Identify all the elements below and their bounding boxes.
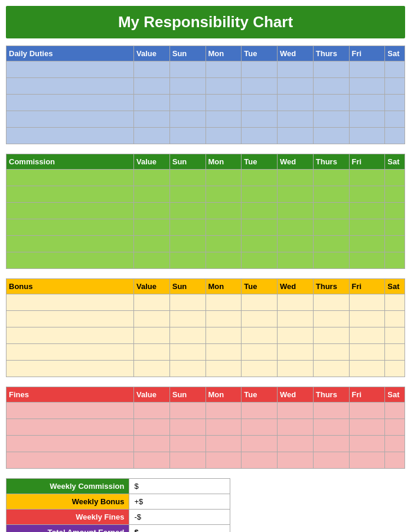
table-cell[interactable] [385,111,405,128]
table-cell[interactable] [169,203,206,219]
table-cell[interactable] [313,361,349,377]
table-cell[interactable] [6,128,134,144]
table-cell[interactable] [169,78,206,95]
table-cell[interactable] [242,111,278,128]
table-cell[interactable] [169,95,206,111]
table-cell[interactable] [385,78,405,95]
summary-value[interactable]: $ [129,479,230,494]
table-cell[interactable] [349,311,385,327]
table-cell[interactable] [242,203,278,219]
table-cell[interactable] [6,61,134,78]
table-cell[interactable] [6,436,134,452]
table-cell[interactable] [278,252,314,269]
table-cell[interactable] [349,361,385,377]
table-cell[interactable] [206,327,242,344]
table-cell[interactable] [134,61,170,78]
table-cell[interactable] [242,236,278,252]
table-cell[interactable] [6,95,134,111]
table-cell[interactable] [313,403,349,419]
table-cell[interactable] [134,170,170,186]
table-cell[interactable] [278,327,314,344]
table-cell[interactable] [169,170,206,186]
table-cell[interactable] [169,344,206,361]
table-cell[interactable] [6,419,134,436]
table-cell[interactable] [349,327,385,344]
table-cell[interactable] [169,111,206,128]
table-cell[interactable] [278,219,314,236]
table-cell[interactable] [385,419,405,436]
table-cell[interactable] [349,344,385,361]
table-cell[interactable] [169,419,206,436]
table-cell[interactable] [313,436,349,452]
table-cell[interactable] [206,436,242,452]
table-cell[interactable] [134,219,170,236]
table-cell[interactable] [278,452,314,469]
table-cell[interactable] [385,95,405,111]
table-cell[interactable] [385,311,405,327]
table-cell[interactable] [349,78,385,95]
table-cell[interactable] [278,403,314,419]
table-cell[interactable] [134,78,170,95]
table-cell[interactable] [349,111,385,128]
table-cell[interactable] [313,452,349,469]
table-cell[interactable] [313,294,349,311]
table-cell[interactable] [6,361,134,377]
table-cell[interactable] [278,361,314,377]
table-cell[interactable] [6,327,134,344]
table-cell[interactable] [206,294,242,311]
table-cell[interactable] [6,403,134,419]
table-cell[interactable] [313,186,349,203]
table-cell[interactable] [6,344,134,361]
table-cell[interactable] [313,78,349,95]
table-cell[interactable] [349,128,385,144]
table-cell[interactable] [313,61,349,78]
table-cell[interactable] [169,327,206,344]
table-cell[interactable] [278,311,314,327]
table-cell[interactable] [385,186,405,203]
table-cell[interactable] [206,452,242,469]
table-cell[interactable] [169,252,206,269]
table-cell[interactable] [134,403,170,419]
table-cell[interactable] [349,203,385,219]
table-cell[interactable] [6,219,134,236]
table-cell[interactable] [134,344,170,361]
table-cell[interactable] [242,311,278,327]
table-cell[interactable] [206,403,242,419]
table-cell[interactable] [206,344,242,361]
table-cell[interactable] [206,236,242,252]
table-cell[interactable] [242,452,278,469]
table-cell[interactable] [349,95,385,111]
table-cell[interactable] [313,419,349,436]
table-cell[interactable] [169,361,206,377]
table-cell[interactable] [385,61,405,78]
table-cell[interactable] [313,252,349,269]
table-cell[interactable] [242,361,278,377]
table-cell[interactable] [169,403,206,419]
table-cell[interactable] [169,236,206,252]
table-cell[interactable] [313,203,349,219]
table-cell[interactable] [134,361,170,377]
table-cell[interactable] [278,236,314,252]
table-cell[interactable] [278,436,314,452]
table-cell[interactable] [242,294,278,311]
table-cell[interactable] [385,170,405,186]
table-cell[interactable] [278,294,314,311]
table-cell[interactable] [242,327,278,344]
summary-value[interactable]: $ [129,525,230,533]
table-cell[interactable] [169,61,206,78]
table-cell[interactable] [6,452,134,469]
table-cell[interactable] [206,252,242,269]
table-cell[interactable] [134,327,170,344]
table-cell[interactable] [349,61,385,78]
table-cell[interactable] [385,203,405,219]
table-cell[interactable] [206,186,242,203]
table-cell[interactable] [134,311,170,327]
table-cell[interactable] [278,344,314,361]
table-cell[interactable] [242,128,278,144]
table-cell[interactable] [313,111,349,128]
table-cell[interactable] [134,203,170,219]
summary-value[interactable]: -$ [129,510,230,525]
table-cell[interactable] [206,361,242,377]
table-cell[interactable] [242,78,278,95]
table-cell[interactable] [313,170,349,186]
